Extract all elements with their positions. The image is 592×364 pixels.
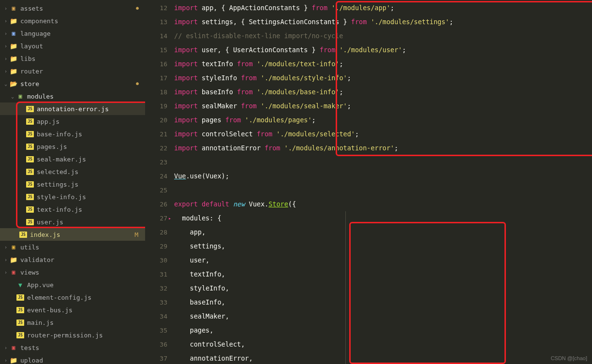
token-ident: controlSelect bbox=[198, 130, 257, 138]
code-line[interactable]: sealMaker, bbox=[174, 309, 592, 323]
token-punct: , bbox=[222, 270, 225, 278]
code-line[interactable]: app, bbox=[174, 225, 592, 239]
code-line[interactable]: export default new Vuex.Store({ bbox=[174, 197, 592, 211]
app-root: ›▣assets•›📁components›▣language›📁layout›… bbox=[0, 0, 592, 364]
code-line[interactable]: pages, bbox=[174, 323, 592, 337]
tree-item-App-vue[interactable]: ▼App.vue bbox=[0, 278, 145, 291]
tree-item-router[interactable]: ›📁router bbox=[0, 65, 145, 77]
file-name: components bbox=[20, 17, 145, 25]
code-line[interactable]: styleInfo, bbox=[174, 281, 592, 295]
line-number: 36 bbox=[145, 337, 167, 351]
token-kw-import: import bbox=[174, 18, 198, 26]
code-line[interactable]: controlSelect, bbox=[174, 337, 592, 351]
token-punct: , bbox=[225, 284, 229, 292]
token-ident: annotationError bbox=[190, 354, 249, 362]
line-number: 31 bbox=[145, 267, 167, 281]
tree-item-router-permission-js[interactable]: JSrouter-permission.js bbox=[0, 329, 145, 341]
folder-icon: 📁 bbox=[10, 17, 17, 25]
code-line[interactable]: ▸ modules: { bbox=[174, 211, 592, 225]
token-kw-from: from bbox=[320, 46, 336, 54]
tree-item-text-info-js[interactable]: JStext-info.js bbox=[0, 203, 145, 216]
tree-item-views[interactable]: ›▣views bbox=[0, 266, 145, 278]
tree-item-app-js[interactable]: JSapp.js bbox=[0, 115, 145, 128]
tree-item-language[interactable]: ›▣language bbox=[0, 27, 145, 40]
tree-item-selected-js[interactable]: JSselected.js bbox=[0, 165, 145, 178]
tree-item-settings-js[interactable]: JSsettings.js bbox=[0, 178, 145, 190]
chevron-icon: › bbox=[3, 270, 9, 275]
tree-item-base-info-js[interactable]: JSbase-info.js bbox=[0, 128, 145, 140]
code-line[interactable]: import textInfo from './modules/text-inf… bbox=[174, 57, 592, 71]
token-punct: ; bbox=[355, 130, 359, 138]
folder-icon: 📁 bbox=[10, 55, 17, 62]
code-line[interactable]: import sealMaker from './modules/seal-ma… bbox=[174, 99, 592, 113]
fold-marker-icon[interactable]: ▸ bbox=[168, 211, 171, 225]
tree-item-element-config-js[interactable]: JSelement-config.js bbox=[0, 291, 145, 304]
folder-icon: 📁 bbox=[10, 356, 17, 364]
tree-item-layout[interactable]: ›📁layout bbox=[0, 40, 145, 52]
token-ident: baseInfo bbox=[190, 298, 222, 306]
file-name: app.js bbox=[37, 118, 145, 125]
code-editor[interactable]: 1213141516171819202122232425262728293031… bbox=[145, 0, 592, 364]
token-punct: , bbox=[225, 312, 229, 320]
token-prop: modules bbox=[182, 214, 209, 222]
chevron-icon: › bbox=[3, 257, 9, 262]
code-line[interactable]: import baseInfo from './modules/base-inf… bbox=[174, 85, 592, 99]
tree-item-utils[interactable]: ›▣utils bbox=[0, 241, 145, 253]
folder-icon: ▣ bbox=[10, 29, 17, 37]
code-line[interactable]: import styleInfo from './modules/style-i… bbox=[174, 71, 592, 85]
code-line[interactable]: baseInfo, bbox=[174, 295, 592, 309]
file-explorer[interactable]: ›▣assets•›📁components›▣language›📁layout›… bbox=[0, 0, 145, 364]
tree-item-validator[interactable]: ›📁validator bbox=[0, 253, 145, 266]
js-icon: JS bbox=[16, 319, 24, 326]
tree-item-store[interactable]: ⌄📂store• bbox=[0, 77, 145, 90]
code-line[interactable]: user, bbox=[174, 253, 592, 267]
code-line[interactable]: import pages from './modules/pages'; bbox=[174, 113, 592, 127]
code-line[interactable]: import settings, { SettingsActionConstan… bbox=[174, 15, 592, 29]
code-line[interactable]: Vue.use(Vuex); bbox=[174, 169, 592, 183]
line-number: 21 bbox=[145, 127, 167, 141]
tree-item-pages-js[interactable]: JSpages.js bbox=[0, 140, 145, 153]
token-punct: , bbox=[202, 228, 206, 236]
code-line[interactable]: import user, { UserActionConstants } fro… bbox=[174, 43, 592, 57]
token-comment: // eslint-disable-next-line import/no-cy… bbox=[174, 32, 343, 40]
file-name: user.js bbox=[37, 218, 145, 226]
token-kw-from: from bbox=[351, 18, 367, 26]
tree-item-style-info-js[interactable]: JSstyle-info.js bbox=[0, 190, 145, 203]
code-line[interactable]: import controlSelect from './modules/sel… bbox=[174, 127, 592, 141]
tree-item-libs[interactable]: ›📁libs bbox=[0, 52, 145, 65]
chevron-icon: › bbox=[3, 44, 9, 49]
code-line[interactable]: annotationError, bbox=[174, 351, 592, 364]
token-str: './modules/selected' bbox=[276, 130, 355, 138]
token-punct bbox=[280, 144, 284, 152]
tree-item-event-bus-js[interactable]: JSevent-bus.js bbox=[0, 304, 145, 316]
tree-item-modules[interactable]: ⌄▣modules bbox=[0, 90, 145, 102]
tree-item-main-js[interactable]: JSmain.js bbox=[0, 316, 145, 329]
token-punct: , bbox=[249, 354, 252, 362]
code-line[interactable]: import annotationError from './modules/a… bbox=[174, 141, 592, 155]
tree-item-user-js[interactable]: JSuser.js bbox=[0, 216, 145, 228]
chevron-icon: ⌄ bbox=[3, 81, 9, 87]
code-line[interactable] bbox=[174, 155, 592, 169]
code-line[interactable]: textInfo, bbox=[174, 267, 592, 281]
token-methodref: Store bbox=[268, 200, 288, 208]
code-line[interactable]: // eslint-disable-next-line import/no-cy… bbox=[174, 29, 592, 43]
token-punct bbox=[174, 214, 182, 222]
tree-item-components[interactable]: ›📁components bbox=[0, 15, 145, 27]
tree-item-annotation-error-js[interactable]: JSannotation-error.js bbox=[0, 102, 145, 115]
code-area[interactable]: import app, { AppActionConstants } from … bbox=[174, 0, 592, 364]
token-ident: controlSelect bbox=[190, 340, 241, 348]
tree-item-index-js[interactable]: JSindex.jsM bbox=[0, 228, 145, 241]
code-line[interactable]: import app, { AppActionConstants } from … bbox=[174, 1, 592, 15]
code-line[interactable]: settings, bbox=[174, 239, 592, 253]
token-punct: : { bbox=[209, 214, 221, 222]
tree-item-upload[interactable]: ›📁upload bbox=[0, 354, 145, 364]
tree-item-tests[interactable]: ›▣tests bbox=[0, 341, 145, 354]
code-line[interactable] bbox=[174, 183, 592, 197]
token-ident: styleInfo bbox=[198, 74, 241, 82]
token-kw-import: import bbox=[174, 88, 198, 96]
folder-icon: ▣ bbox=[10, 243, 17, 251]
tree-item-seal-maker-js[interactable]: JSseal-maker.js bbox=[0, 153, 145, 165]
token-kw-import: import bbox=[174, 144, 198, 152]
tree-item-assets[interactable]: ›▣assets• bbox=[0, 2, 145, 15]
token-ident: Vuex bbox=[206, 172, 222, 180]
